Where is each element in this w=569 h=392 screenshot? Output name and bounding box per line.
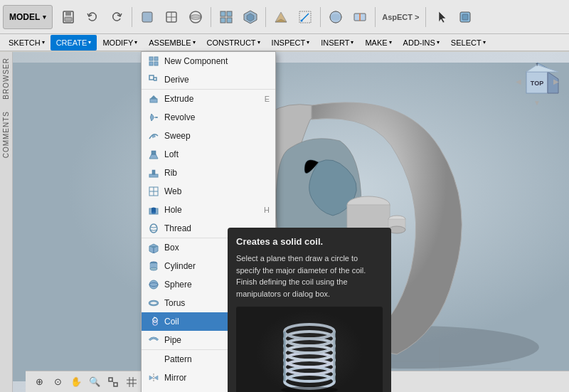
svg-rect-73 [149, 174, 158, 177]
orbit-icon[interactable] [454, 6, 477, 28]
svg-point-88 [150, 267, 157, 270]
sep3 [265, 7, 266, 27]
aspect-label[interactable]: AspECT > [379, 6, 422, 28]
svg-point-82 [150, 224, 157, 233]
svg-rect-62 [149, 57, 153, 60]
menu-item-new-component[interactable]: New Component [142, 52, 275, 70]
sketch-icon[interactable] [294, 6, 317, 28]
svg-text:T: T [536, 63, 538, 67]
menu-item-derive[interactable]: Derive [142, 70, 275, 89]
menu-item-extrude[interactable]: Extrude E [142, 90, 275, 108]
svg-rect-111 [256, 310, 363, 392]
svg-rect-50 [114, 383, 117, 386]
redo-icon[interactable] [105, 6, 128, 28]
main-toolbar: MODEL ▾ [0, 0, 569, 34]
pipe-icon [147, 334, 160, 346]
svg-rect-2 [65, 17, 72, 21]
menu-assemble[interactable]: ASSEMBLE▾ [143, 35, 201, 51]
svg-marker-95 [154, 376, 158, 380]
coil-tooltip-popup: Creates a solid coil. Select a plane the… [228, 228, 391, 392]
svg-text:▼: ▼ [533, 99, 541, 107]
box-icon [147, 241, 160, 254]
svg-rect-11 [227, 11, 232, 16]
tooltip-description: Select a plane then draw a circle to spe… [236, 253, 383, 300]
svg-point-18 [301, 19, 303, 21]
svg-rect-63 [154, 57, 158, 60]
pan-icon[interactable]: ✋ [68, 374, 84, 390]
tooltip-title: Creates a solid coil. [236, 236, 383, 247]
sep4 [320, 7, 321, 27]
section-icon[interactable] [349, 6, 371, 28]
menu-addins[interactable]: ADD-INS▾ [398, 35, 445, 51]
sidebar-panel: BROWSER COMMENTS [0, 52, 13, 392]
mesh-view-icon[interactable] [184, 6, 207, 28]
svg-rect-24 [462, 14, 468, 20]
model-arrow: ▾ [43, 14, 46, 21]
sep2 [211, 7, 211, 27]
svg-point-81 [151, 212, 156, 214]
sep6 [425, 7, 426, 27]
svg-rect-64 [149, 62, 153, 65]
svg-rect-68 [150, 99, 157, 102]
grid-toggle-icon[interactable] [124, 374, 139, 390]
new-component-icon [147, 55, 160, 68]
extrude-icon [147, 92, 160, 105]
tooltip-image [236, 307, 383, 392]
svg-text:TOP: TOP [531, 80, 543, 87]
svg-line-51 [112, 381, 114, 383]
save-icon[interactable] [57, 6, 80, 28]
model-button[interactable]: MODEL ▾ [3, 5, 53, 29]
menu-inspect[interactable]: INSPECT▾ [266, 35, 316, 51]
menu-item-revolve[interactable]: Revolve [142, 108, 275, 127]
svg-marker-94 [149, 376, 153, 380]
sep1 [132, 7, 132, 27]
svg-rect-74 [152, 170, 155, 174]
menu-construct[interactable]: CONSTRUCT▾ [201, 35, 266, 51]
svg-marker-71 [149, 154, 158, 159]
coil-illustration [256, 310, 363, 392]
navigation-cube[interactable]: TOP T ◀ ▶ ▼ [512, 59, 562, 109]
revolve-icon [147, 111, 160, 124]
svg-point-89 [149, 280, 158, 289]
menu-create[interactable]: CREATE▾ [50, 35, 97, 51]
sphere-icon [147, 278, 160, 291]
assembly-icon[interactable] [239, 6, 262, 28]
derive-icon [147, 73, 160, 86]
component-icon[interactable] [215, 6, 238, 28]
hole-shortcut: H [264, 206, 270, 214]
cylinder-icon [147, 260, 160, 272]
menu-item-loft[interactable]: Loft [142, 145, 275, 164]
menu-item-hole[interactable]: Hole H [142, 201, 275, 219]
home-icon[interactable]: ⊕ [31, 374, 47, 390]
select-icon[interactable] [430, 6, 452, 28]
sidebar-comments-tab[interactable]: COMMENTS [1, 105, 11, 164]
menu-select[interactable]: SELECT▾ [445, 35, 491, 51]
wireframe-icon[interactable] [160, 6, 183, 28]
svg-rect-1 [65, 11, 71, 16]
svg-rect-3 [142, 12, 152, 22]
render-icon[interactable] [324, 6, 347, 28]
svg-rect-13 [227, 18, 232, 23]
coil-icon [147, 315, 160, 328]
solid-view-icon[interactable] [136, 6, 159, 28]
menu-item-sweep[interactable]: Sweep [142, 127, 275, 145]
undo-icon[interactable] [81, 6, 104, 28]
extrude-shortcut: E [265, 95, 270, 103]
menu-insert[interactable]: INSERT▾ [315, 35, 359, 51]
loft-icon [147, 148, 160, 161]
menu-section-features: Extrude E Revolve Sweep [142, 90, 275, 238]
orbit2-icon[interactable]: ⊙ [50, 374, 65, 390]
zoom-icon[interactable]: 🔍 [87, 374, 102, 390]
svg-rect-10 [220, 11, 225, 16]
menu-sketch[interactable]: SKETCH▾ [3, 35, 50, 51]
menu-modify[interactable]: MODIFY▾ [97, 35, 143, 51]
pattern-spacer [147, 353, 160, 366]
menu-item-web[interactable]: Web [142, 182, 275, 201]
plane-icon[interactable] [270, 6, 292, 28]
zoom-fit-icon[interactable] [105, 374, 121, 390]
menu-item-rib[interactable]: Rib [142, 164, 275, 182]
menu-make[interactable]: MAKE▾ [359, 35, 397, 51]
svg-rect-66 [149, 75, 154, 80]
model-label: MODEL [9, 12, 40, 22]
sidebar-browser-tab[interactable]: BROWSER [1, 52, 11, 105]
